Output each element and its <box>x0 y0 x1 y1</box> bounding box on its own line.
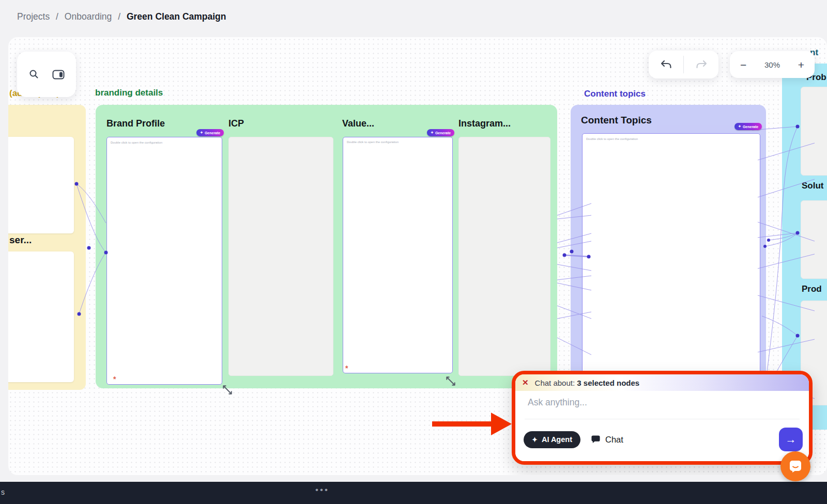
node-title-value: Value... <box>342 118 374 129</box>
sparkle-icon: ✦ <box>431 131 434 135</box>
breadcrumb-separator: / <box>56 11 58 22</box>
app-window: Projects / Onboarding / Green Clean Camp… <box>0 0 827 504</box>
undo-button[interactable] <box>649 51 683 78</box>
node-instagram[interactable] <box>458 137 550 376</box>
node-title-content-topics: Content Topics <box>581 115 652 126</box>
zoom-out-button[interactable]: − <box>740 59 746 70</box>
breadcrumb-onboarding[interactable]: Onboarding <box>65 11 112 22</box>
chat-input[interactable] <box>528 397 750 408</box>
node-config-hint: Double click to open the configuration <box>586 137 638 140</box>
ai-agent-toggle[interactable]: ✦ AI Agent <box>524 431 580 448</box>
toggle-sidebar-button[interactable] <box>52 69 65 80</box>
sidebar-panel-icon <box>52 69 65 80</box>
required-marker: * <box>113 376 116 382</box>
sparkle-icon: ✦ <box>532 436 538 444</box>
search-button[interactable] <box>28 69 40 80</box>
node-title-product-partial: Prod <box>802 284 822 294</box>
node-title-solution-partial: Solut <box>802 181 824 191</box>
close-icon[interactable]: ✕ <box>522 378 529 387</box>
bottom-bar-partial-text: s <box>1 488 5 496</box>
sparkle-icon: ✦ <box>738 124 741 129</box>
input-node-card[interactable] <box>8 251 74 382</box>
generate-button[interactable]: ✦ Generate <box>196 129 224 136</box>
generate-label: Generate <box>435 131 451 135</box>
annotation-arrow <box>432 412 513 436</box>
node-problem[interactable] <box>801 87 827 176</box>
redo-icon <box>695 59 708 70</box>
breadcrumb: Projects / Onboarding / Green Clean Camp… <box>17 11 226 22</box>
breadcrumb-projects[interactable]: Projects <box>17 11 50 22</box>
input-node-card[interactable] <box>8 137 74 233</box>
node-solution[interactable] <box>801 200 827 279</box>
group-label-branding-details: branding details <box>95 88 163 98</box>
divider <box>525 419 800 419</box>
breadcrumb-current-project: Green Clean Campaign <box>127 11 226 22</box>
chat-context-prefix: Chat about: <box>535 379 575 387</box>
send-button[interactable]: → <box>779 428 803 451</box>
resize-handle-icon[interactable] <box>445 375 456 387</box>
chat-actions-row: ✦ AI Agent Chat → <box>524 423 803 456</box>
input-node-title-partial: ser... <box>9 234 32 246</box>
generate-label: Generate <box>205 131 220 135</box>
generate-button[interactable]: ✦ Generate <box>427 129 454 136</box>
generate-button[interactable]: ✦ Generate <box>734 123 762 130</box>
redo-button[interactable] <box>684 51 718 78</box>
chat-context-selection: 3 selected nodes <box>577 379 639 387</box>
node-title-instagram: Instagram... <box>458 118 511 129</box>
node-config-hint: Double click to open the configuration <box>111 141 162 144</box>
chat-popup-body: ✦ AI Agent Chat → <box>515 391 809 461</box>
node-value[interactable] <box>343 137 453 373</box>
generate-label: Generate <box>743 125 758 129</box>
canvas-toolbar <box>17 52 76 97</box>
node-brand-profile[interactable] <box>106 137 222 385</box>
undo-icon <box>660 59 672 70</box>
help-chat-icon <box>788 459 803 474</box>
resize-handle-icon[interactable] <box>222 384 233 396</box>
breadcrumb-separator: / <box>118 11 120 22</box>
ai-agent-label: AI Agent <box>542 435 572 444</box>
overflow-menu-button[interactable]: ••• <box>315 485 329 495</box>
intercom-launcher[interactable] <box>780 451 810 481</box>
chat-popup-header: ✕ Chat about: 3 selected nodes <box>515 374 809 391</box>
zoom-in-button[interactable]: + <box>798 59 804 70</box>
arrow-right-icon: → <box>786 433 797 446</box>
workflow-canvas[interactable]: (add inputs) branding details Content to… <box>8 37 827 475</box>
chat-bubble-icon <box>591 435 601 444</box>
zoom-level: 30% <box>764 60 780 69</box>
zoom-toolbar: − 30% + <box>730 51 815 78</box>
chat-context-text: Chat about: 3 selected nodes <box>535 379 640 387</box>
group-label-content-topics: Content topics <box>584 89 646 99</box>
bottom-bar: s ••• <box>0 482 827 504</box>
required-marker: * <box>345 366 348 371</box>
node-title-icp: ICP <box>228 118 244 129</box>
history-toolbar <box>649 51 718 78</box>
chat-mode-label: Chat <box>605 435 623 445</box>
chat-popup: ✕ Chat about: 3 selected nodes ✦ AI Agen… <box>512 371 813 465</box>
sparkle-icon: ✦ <box>200 131 203 135</box>
chat-mode-toggle[interactable]: Chat <box>591 435 623 445</box>
node-config-hint: Double click to open the configuration <box>347 140 399 144</box>
node-icp[interactable] <box>228 137 333 376</box>
node-title-brand-profile: Brand Profile <box>106 118 165 129</box>
search-icon <box>28 69 40 80</box>
